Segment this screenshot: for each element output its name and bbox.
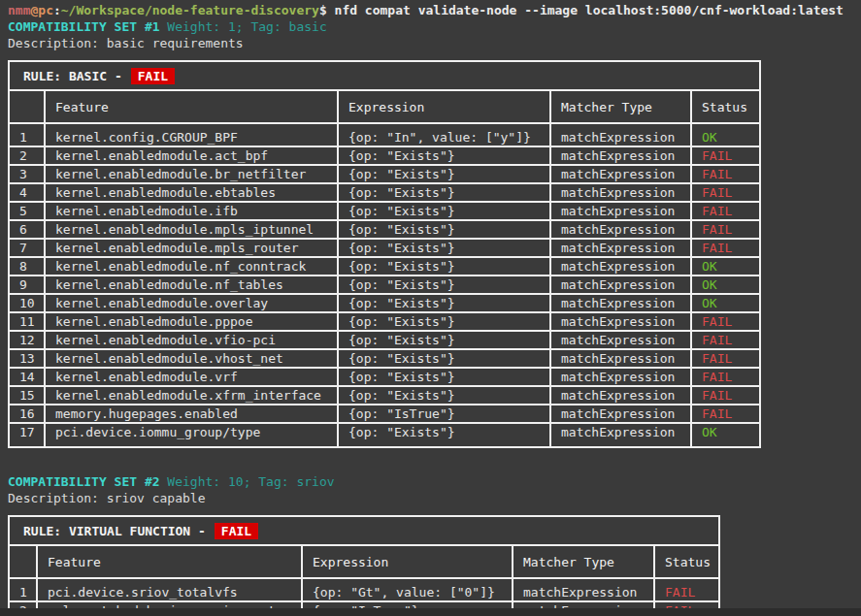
row-feature: kernel.enabledmodule.pppoe bbox=[45, 312, 338, 331]
set1-meta: Weight: 1; Tag: basic bbox=[160, 19, 327, 34]
set1-title: COMPATIBILITY SET #1 bbox=[8, 19, 160, 34]
table-row: 12 kernel.enabledmodule.vfio-pci {op: "E… bbox=[9, 331, 760, 349]
row-expression: {op: "Exists"} bbox=[338, 312, 550, 331]
row-matcher-type: matchExpression bbox=[550, 202, 691, 220]
row-expression: {op: "Exists"} bbox=[338, 331, 550, 349]
row-matcher-type: matchExpression bbox=[550, 386, 691, 405]
set2-meta: Weight: 10; Tag: sriov bbox=[160, 474, 335, 489]
col-header-expression: Expression bbox=[338, 90, 550, 123]
rule-status-badge: FAIL bbox=[131, 68, 175, 84]
row-matcher-type: matchExpression bbox=[550, 405, 691, 423]
row-index: 6 bbox=[9, 220, 45, 239]
row-status: FAIL bbox=[654, 578, 719, 601]
rule-table-virtual-function: RULE: VIRTUAL FUNCTION -FAIL Feature Exp… bbox=[8, 515, 720, 616]
row-feature: pci.device.sriov_totalvfs bbox=[37, 578, 302, 601]
row-status: FAIL bbox=[691, 183, 760, 202]
row-matcher-type: matchExpression bbox=[550, 165, 691, 183]
row-matcher-type: matchExpression bbox=[550, 368, 691, 386]
col-header-feature: Feature bbox=[45, 90, 338, 123]
row-matcher-type: matchExpression bbox=[550, 123, 691, 146]
rule-title-row: RULE: BASIC -FAIL bbox=[9, 61, 760, 90]
row-status: FAIL bbox=[691, 165, 760, 183]
rule-status-badge: FAIL bbox=[215, 523, 258, 539]
prompt-path: ~/Workspace/node-feature-discovery bbox=[61, 3, 319, 17]
row-expression: {op: "IsTrue"} bbox=[338, 405, 550, 423]
table-row: 1 kernel.config.CGROUP_BPF {op: "In", va… bbox=[9, 123, 760, 146]
table-row: 13 kernel.enabledmodule.vhost_net {op: "… bbox=[9, 349, 760, 368]
row-index: 4 bbox=[9, 183, 45, 202]
row-index: 2 bbox=[9, 146, 45, 165]
col-header-feature: Feature bbox=[37, 545, 302, 578]
row-index: 3 bbox=[9, 165, 45, 183]
row-index: 10 bbox=[9, 294, 45, 312]
row-index: 17 bbox=[9, 423, 45, 447]
table-row: 15 kernel.enabledmodule.xfrm_interface {… bbox=[9, 386, 760, 405]
row-index: 1 bbox=[9, 123, 45, 146]
row-matcher-type: matchExpression bbox=[550, 312, 691, 331]
col-header-matcher: Matcher Type bbox=[550, 90, 691, 123]
set2-header-line: COMPATIBILITY SET #2 Weight: 10; Tag: sr… bbox=[8, 473, 861, 490]
table-row: 2 kernel.enabledmodule.act_bpf {op: "Exi… bbox=[9, 146, 760, 165]
row-expression: {op: "Gt", value: ["0"]} bbox=[302, 578, 513, 601]
window-bottom-edge bbox=[0, 608, 861, 616]
prompt-host: @pc bbox=[30, 3, 52, 17]
row-feature: pci.device.iommu_group/type bbox=[45, 423, 338, 447]
set2-title: COMPATIBILITY SET #2 bbox=[8, 474, 160, 489]
row-status: FAIL bbox=[691, 146, 760, 165]
row-feature: kernel.enabledmodule.ifb bbox=[45, 202, 338, 220]
row-feature: kernel.enabledmodule.ebtables bbox=[45, 183, 338, 202]
row-status: OK bbox=[691, 276, 760, 294]
column-header-row: Feature Expression Matcher Type Status bbox=[9, 90, 760, 123]
row-feature: kernel.enabledmodule.vhost_net bbox=[45, 349, 338, 368]
row-index: 11 bbox=[9, 312, 45, 331]
row-feature: memory.hugepages.enabled bbox=[45, 405, 338, 423]
table-row: 7 kernel.enabledmodule.mpls_router {op: … bbox=[9, 239, 760, 257]
row-feature: kernel.enabledmodule.act_bpf bbox=[45, 146, 338, 165]
row-status: FAIL bbox=[691, 239, 760, 257]
set1-header-line: COMPATIBILITY SET #1 Weight: 1; Tag: bas… bbox=[8, 18, 861, 35]
row-status: FAIL bbox=[691, 331, 760, 349]
col-header-matcher: Matcher Type bbox=[513, 545, 654, 578]
rule-table-body: 1 kernel.config.CGROUP_BPF {op: "In", va… bbox=[9, 123, 760, 447]
table-row: 17 pci.device.iommu_group/type {op: "Exi… bbox=[9, 423, 760, 447]
col-header-index bbox=[9, 545, 37, 578]
table-row: 5 kernel.enabledmodule.ifb {op: "Exists"… bbox=[9, 202, 760, 220]
row-expression: {op: "Exists"} bbox=[338, 386, 550, 405]
row-status: OK bbox=[691, 257, 760, 276]
row-expression: {op: "Exists"} bbox=[338, 257, 550, 276]
row-status: FAIL bbox=[691, 202, 760, 220]
prompt-colon: : bbox=[53, 3, 61, 17]
row-index: 7 bbox=[9, 239, 45, 257]
row-expression: {op: "Exists"} bbox=[338, 146, 550, 165]
row-status: OK bbox=[691, 123, 760, 146]
row-expression: {op: "Exists"} bbox=[338, 202, 550, 220]
table-row: 9 kernel.enabledmodule.nf_tables {op: "E… bbox=[9, 276, 760, 294]
set2-description: Description: sriov capable bbox=[8, 490, 861, 506]
row-matcher-type: matchExpression bbox=[550, 220, 691, 239]
row-index: 16 bbox=[9, 405, 45, 423]
typed-command: nfd compat validate-node --image localho… bbox=[327, 3, 844, 17]
row-feature: kernel.enabledmodule.overlay bbox=[45, 294, 338, 312]
row-matcher-type: matchExpression bbox=[550, 294, 691, 312]
row-feature: kernel.enabledmodule.nf_tables bbox=[45, 276, 338, 294]
row-matcher-type: matchExpression bbox=[513, 578, 654, 601]
row-expression: {op: "Exists"} bbox=[338, 165, 550, 183]
row-status: FAIL bbox=[691, 405, 760, 423]
row-index: 1 bbox=[9, 578, 37, 601]
row-status: FAIL bbox=[691, 386, 760, 405]
set1-description: Description: basic requirements bbox=[8, 35, 861, 51]
row-index: 14 bbox=[9, 368, 45, 386]
row-feature: kernel.enabledmodule.xfrm_interface bbox=[45, 386, 338, 405]
row-expression: {op: "Exists"} bbox=[338, 220, 550, 239]
row-expression: {op: "Exists"} bbox=[338, 423, 550, 447]
row-expression: {op: "Exists"} bbox=[338, 294, 550, 312]
row-status: OK bbox=[691, 294, 760, 312]
row-status: OK bbox=[691, 423, 760, 447]
table-row: 14 kernel.enabledmodule.vrf {op: "Exists… bbox=[9, 368, 760, 386]
rule-label: RULE: VIRTUAL FUNCTION - bbox=[23, 524, 206, 538]
rule-title-cell: RULE: VIRTUAL FUNCTION -FAIL bbox=[9, 516, 719, 545]
col-header-status: Status bbox=[654, 545, 719, 578]
row-feature: kernel.enabledmodule.nf_conntrack bbox=[45, 257, 338, 276]
column-header-row: Feature Expression Matcher Type Status bbox=[9, 545, 719, 578]
row-index: 5 bbox=[9, 202, 45, 220]
